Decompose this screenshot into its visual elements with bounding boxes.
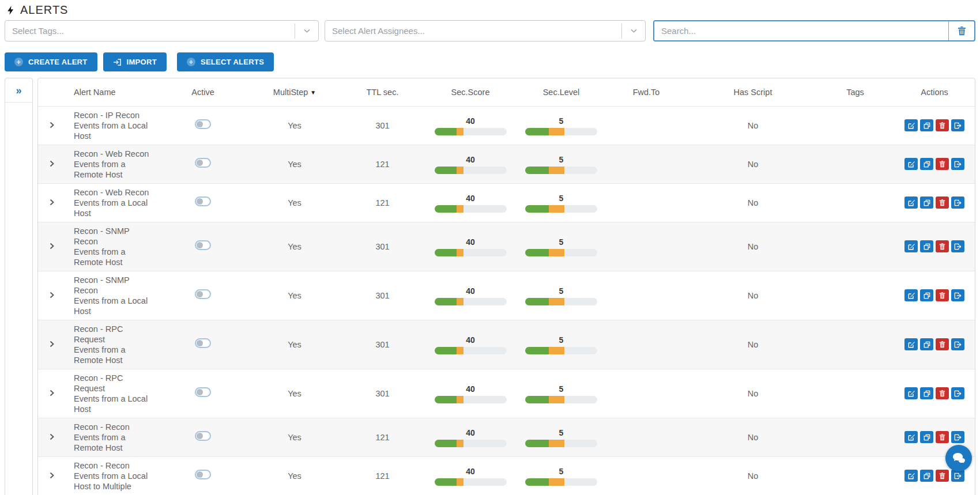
clear-search-button[interactable] bbox=[949, 21, 974, 40]
export-button[interactable] bbox=[951, 240, 964, 252]
fwd-to-value bbox=[606, 271, 687, 320]
trash-icon bbox=[958, 26, 966, 36]
edit-button[interactable] bbox=[904, 119, 918, 131]
sec-level-bar: 5 bbox=[525, 384, 597, 403]
edit-button[interactable] bbox=[904, 158, 918, 170]
delete-button[interactable] bbox=[936, 338, 949, 350]
expand-row-chevron-right-icon[interactable] bbox=[49, 341, 56, 347]
sec-level-value: 5 bbox=[525, 428, 597, 438]
table-row: Recon - Web Recon Events from a Local Ho… bbox=[38, 183, 975, 222]
alerts-table-body: Recon - IP Recon Events from a Local Hos… bbox=[38, 106, 975, 495]
col-expand bbox=[38, 78, 67, 106]
expand-row-chevron-right-icon[interactable] bbox=[49, 292, 56, 298]
export-icon bbox=[954, 390, 962, 397]
clone-button[interactable] bbox=[920, 470, 933, 482]
assignees-select[interactable]: Select Alert Assignees... bbox=[325, 20, 646, 41]
multistep-value: Yes bbox=[248, 456, 341, 495]
export-button[interactable] bbox=[951, 431, 964, 443]
sec-level-value: 5 bbox=[525, 466, 597, 477]
delete-button[interactable] bbox=[936, 240, 949, 252]
clone-button[interactable] bbox=[920, 240, 933, 252]
edit-button[interactable] bbox=[904, 470, 918, 482]
col-active[interactable]: Active bbox=[157, 78, 248, 106]
delete-button[interactable] bbox=[936, 158, 949, 170]
select-alerts-button[interactable]: + SELECT ALERTS bbox=[177, 52, 274, 71]
active-toggle[interactable] bbox=[195, 431, 211, 441]
edit-button[interactable] bbox=[904, 431, 918, 443]
expand-row-chevron-right-icon[interactable] bbox=[49, 160, 56, 167]
delete-button[interactable] bbox=[936, 431, 949, 443]
ttl-value: 121 bbox=[341, 418, 424, 456]
active-toggle[interactable] bbox=[195, 289, 211, 299]
col-ttl[interactable]: TTL sec. bbox=[341, 78, 424, 106]
export-button[interactable] bbox=[951, 387, 964, 399]
delete-button[interactable] bbox=[936, 119, 949, 131]
edit-button[interactable] bbox=[904, 338, 918, 350]
sec-level-value: 5 bbox=[525, 116, 597, 126]
ttl-value: 121 bbox=[341, 183, 424, 222]
col-sec-level[interactable]: Sec.Level bbox=[517, 78, 606, 106]
import-label: IMPORT bbox=[127, 58, 157, 66]
edit-button[interactable] bbox=[904, 387, 918, 399]
delete-button[interactable] bbox=[936, 387, 949, 399]
table-row: Recon - RPC Request Events from a Remote… bbox=[38, 320, 975, 369]
export-button[interactable] bbox=[951, 289, 964, 301]
active-toggle[interactable] bbox=[195, 338, 211, 348]
sec-level-value: 5 bbox=[525, 237, 597, 247]
col-sec-score[interactable]: Sec.Score bbox=[424, 78, 517, 106]
clone-button[interactable] bbox=[920, 119, 933, 131]
expand-row-chevron-right-icon[interactable] bbox=[49, 199, 56, 206]
has-script-value: No bbox=[687, 222, 819, 271]
has-script-value: No bbox=[687, 183, 819, 222]
active-toggle[interactable] bbox=[195, 470, 211, 479]
clone-button[interactable] bbox=[920, 197, 933, 209]
export-icon bbox=[954, 473, 962, 479]
expand-row-chevron-right-icon[interactable] bbox=[49, 122, 56, 129]
active-toggle[interactable] bbox=[195, 197, 211, 206]
chevron-down-icon[interactable] bbox=[295, 21, 318, 41]
export-button[interactable] bbox=[951, 158, 964, 170]
create-alert-button[interactable]: + CREATE ALERT bbox=[5, 52, 97, 71]
clone-icon bbox=[924, 473, 930, 479]
clone-button[interactable] bbox=[920, 387, 933, 399]
edit-button[interactable] bbox=[904, 197, 918, 209]
export-button[interactable] bbox=[951, 197, 964, 209]
export-icon bbox=[954, 161, 962, 168]
import-button[interactable]: IMPORT bbox=[103, 52, 167, 71]
active-toggle[interactable] bbox=[195, 119, 211, 129]
expand-row-chevron-right-icon[interactable] bbox=[49, 472, 56, 479]
edit-button[interactable] bbox=[904, 289, 918, 301]
clone-button[interactable] bbox=[920, 158, 933, 170]
col-has-script[interactable]: Has Script bbox=[687, 78, 819, 106]
sec-level-bar: 5 bbox=[525, 154, 597, 174]
clone-button[interactable] bbox=[920, 431, 933, 443]
table-row: Recon - RPC Request Events from a Local … bbox=[38, 369, 975, 418]
chat-fab-button[interactable] bbox=[945, 445, 972, 471]
export-button[interactable] bbox=[951, 119, 964, 131]
expand-row-chevron-right-icon[interactable] bbox=[49, 433, 56, 440]
tags-value bbox=[819, 271, 891, 320]
col-alert-name[interactable]: Alert Name bbox=[67, 78, 157, 106]
col-tags[interactable]: Tags bbox=[819, 78, 891, 106]
expand-row-chevron-right-icon[interactable] bbox=[49, 390, 56, 396]
delete-button[interactable] bbox=[936, 289, 949, 301]
clone-button[interactable] bbox=[920, 289, 933, 301]
search-input[interactable] bbox=[654, 21, 948, 40]
chevron-down-icon[interactable] bbox=[622, 21, 645, 41]
active-toggle[interactable] bbox=[195, 240, 211, 250]
active-toggle[interactable] bbox=[195, 158, 211, 168]
clone-icon bbox=[924, 199, 930, 206]
active-toggle[interactable] bbox=[195, 387, 211, 397]
edit-button[interactable] bbox=[904, 240, 918, 252]
export-button[interactable] bbox=[951, 338, 964, 350]
alert-name: Recon - Web Recon Events from a Local Ho… bbox=[74, 188, 149, 218]
col-multistep[interactable]: MultiStep▼ bbox=[248, 78, 341, 106]
clone-button[interactable] bbox=[920, 338, 933, 350]
export-button[interactable] bbox=[951, 470, 964, 482]
col-fwd-to[interactable]: Fwd.To bbox=[606, 78, 687, 106]
expand-row-chevron-right-icon[interactable] bbox=[49, 243, 56, 250]
delete-button[interactable] bbox=[936, 197, 949, 209]
delete-button[interactable] bbox=[936, 470, 949, 482]
sidebar-expand-button[interactable]: » bbox=[5, 78, 32, 103]
tags-select[interactable]: Select Tags... bbox=[5, 20, 319, 41]
